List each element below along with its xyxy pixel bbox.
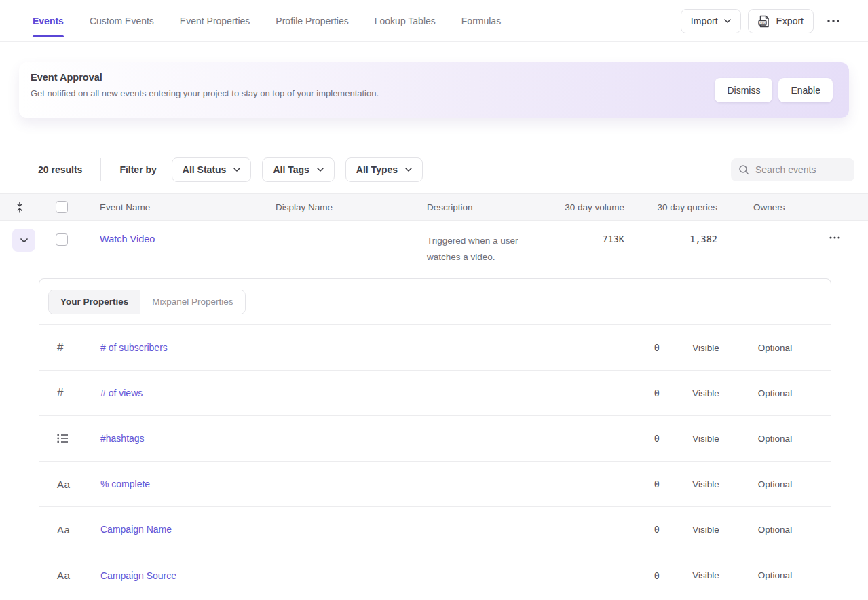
properties-tab-bar: Your Properties Mixpanel Properties	[39, 279, 831, 325]
import-button-label: Import	[691, 16, 718, 26]
event-properties-panel: Your Properties Mixpanel Properties # # …	[39, 278, 831, 600]
property-name-link[interactable]: % complete	[100, 479, 611, 489]
types-filter-dropdown[interactable]: All Types	[345, 157, 423, 182]
results-count: 20 results	[38, 164, 82, 175]
property-requirement: Optional	[733, 343, 817, 353]
property-name-link[interactable]: #hashtags	[100, 433, 611, 444]
event-approval-banner: Event Approval Get notified on all new e…	[19, 62, 849, 118]
banner-actions: Dismiss Enable	[715, 78, 833, 102]
event-row-watch-video: Watch Video Triggered when a user watche…	[0, 221, 868, 267]
header-event-name: Event Name	[73, 202, 276, 212]
tab-formulas[interactable]: Formulas	[461, 0, 501, 41]
events-table-header: Event Name Display Name Description 30 d…	[0, 193, 868, 221]
top-navigation: Events Custom Events Event Properties Pr…	[0, 0, 868, 42]
tab-your-properties[interactable]: Your Properties	[49, 290, 140, 314]
property-row: Aa % complete 0 Visible Optional	[39, 462, 831, 507]
event-name-link[interactable]: Watch Video	[73, 221, 276, 244]
collapse-all-icon[interactable]	[0, 202, 39, 213]
export-button[interactable]: csv Export	[748, 9, 814, 33]
svg-text:csv: csv	[759, 20, 766, 24]
property-visibility: Visible	[679, 388, 733, 398]
tab-lookup-tables[interactable]: Lookup Tables	[375, 0, 436, 41]
property-name-link[interactable]: # of views	[100, 388, 611, 398]
list-type-icon	[57, 434, 69, 443]
event-30-day-queries: 1,382	[624, 221, 717, 244]
divider	[100, 158, 101, 181]
csv-file-icon: csv	[758, 15, 770, 28]
text-type-icon: Aa	[57, 479, 70, 490]
property-count: 0	[611, 479, 679, 489]
search-icon	[738, 164, 749, 175]
property-count: 0	[611, 524, 679, 535]
property-row: #hashtags 0 Visible Optional	[39, 416, 831, 462]
tab-events[interactable]: Events	[33, 0, 64, 41]
property-count: 0	[611, 342, 679, 353]
nav-more-menu-icon[interactable]	[825, 17, 842, 25]
property-row: # # of subscribers 0 Visible Optional	[39, 325, 831, 371]
property-visibility: Visible	[679, 434, 733, 444]
property-requirement: Optional	[733, 570, 817, 580]
chevron-down-icon	[724, 19, 731, 23]
tags-filter-value: All Tags	[273, 164, 309, 175]
properties-segmented-control: Your Properties Mixpanel Properties	[48, 290, 246, 314]
property-row: # # of views 0 Visible Optional	[39, 371, 831, 416]
property-row: Aa Campaign Source 0 Visible Optional	[39, 552, 831, 598]
select-all-checkbox[interactable]	[56, 201, 68, 213]
row-more-menu-icon[interactable]	[801, 221, 868, 239]
dismiss-button[interactable]: Dismiss	[715, 78, 772, 102]
property-row: Aa Campaign Name 0 Visible Optional	[39, 507, 831, 552]
export-button-label: Export	[776, 16, 804, 26]
property-visibility: Visible	[679, 479, 733, 489]
property-visibility: Visible	[679, 570, 733, 580]
header-owners: Owners	[717, 202, 801, 212]
header-30-day-volume: 30 day volume	[563, 202, 624, 212]
text-type-icon: Aa	[57, 569, 70, 581]
property-requirement: Optional	[733, 525, 817, 535]
row-checkbox[interactable]	[56, 233, 68, 246]
property-name-link[interactable]: Campaign Name	[100, 524, 611, 535]
property-requirement: Optional	[733, 388, 817, 398]
number-type-icon: #	[57, 386, 63, 400]
event-30-day-volume: 713K	[563, 221, 624, 244]
property-visibility: Visible	[679, 525, 733, 535]
status-filter-dropdown[interactable]: All Status	[172, 157, 252, 182]
search-events-input[interactable]	[755, 164, 847, 175]
number-type-icon: #	[57, 341, 63, 354]
filter-by-label: Filter by	[119, 164, 156, 175]
property-count: 0	[611, 570, 679, 581]
text-type-icon: Aa	[57, 524, 70, 536]
banner-description: Get notified on all new events entering …	[31, 88, 379, 98]
chevron-down-icon	[317, 168, 324, 172]
tab-profile-properties[interactable]: Profile Properties	[276, 0, 348, 41]
filter-bar: 20 results Filter by All Status All Tags…	[38, 157, 434, 182]
property-visibility: Visible	[679, 343, 733, 353]
event-description: Triggered when a user watches a video.	[427, 221, 563, 265]
tab-event-properties[interactable]: Event Properties	[180, 0, 250, 41]
header-description: Description	[427, 202, 563, 212]
property-name-link[interactable]: Campaign Source	[100, 570, 611, 581]
types-filter-value: All Types	[356, 164, 398, 175]
tags-filter-dropdown[interactable]: All Tags	[262, 157, 334, 182]
property-requirement: Optional	[733, 479, 817, 489]
header-30-day-queries: 30 day queries	[624, 202, 717, 212]
nav-actions: Import csv Export	[681, 0, 842, 42]
enable-button[interactable]: Enable	[778, 78, 833, 102]
search-events-box	[731, 158, 854, 181]
row-expander-button[interactable]	[12, 229, 35, 252]
tab-mixpanel-properties[interactable]: Mixpanel Properties	[140, 290, 244, 314]
property-requirement: Optional	[733, 434, 817, 444]
tab-custom-events[interactable]: Custom Events	[90, 0, 154, 41]
status-filter-value: All Status	[183, 164, 227, 175]
property-count: 0	[611, 388, 679, 398]
property-count: 0	[611, 433, 679, 444]
property-name-link[interactable]: # of subscribers	[100, 342, 611, 353]
lexicon-tabs: Events Custom Events Event Properties Pr…	[33, 0, 501, 41]
chevron-down-icon	[405, 168, 412, 172]
banner-title: Event Approval	[31, 72, 102, 83]
chevron-down-icon	[233, 168, 240, 172]
header-display-name: Display Name	[276, 202, 427, 212]
import-button[interactable]: Import	[681, 9, 741, 33]
